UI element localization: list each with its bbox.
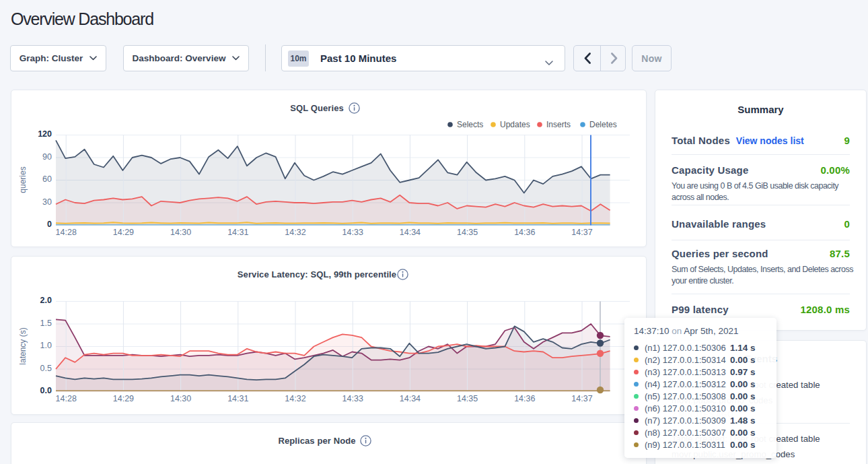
svg-text:Updates: Updates bbox=[500, 120, 530, 129]
svg-text:14:30: 14:30 bbox=[170, 228, 191, 237]
svg-text:14:34: 14:34 bbox=[400, 394, 421, 403]
svg-text:Inserts: Inserts bbox=[546, 120, 571, 129]
svg-text:14:32: 14:32 bbox=[285, 228, 305, 237]
svg-text:14:33: 14:33 bbox=[342, 228, 363, 237]
svg-text:14:32: 14:32 bbox=[285, 394, 305, 403]
svg-text:14:31: 14:31 bbox=[227, 394, 248, 403]
svg-text:14:28: 14:28 bbox=[56, 394, 77, 403]
svg-text:0.0: 0.0 bbox=[40, 386, 52, 395]
svg-text:120: 120 bbox=[38, 129, 52, 139]
svg-text:1.0: 1.0 bbox=[40, 341, 52, 350]
svg-text:14:33: 14:33 bbox=[342, 394, 363, 403]
svg-text:14:35: 14:35 bbox=[457, 394, 478, 403]
svg-text:14:28: 14:28 bbox=[56, 228, 77, 237]
svg-text:Deletes: Deletes bbox=[589, 120, 617, 129]
svg-text:queries: queries bbox=[18, 166, 28, 193]
svg-text:0: 0 bbox=[47, 220, 52, 229]
svg-text:14:36: 14:36 bbox=[514, 228, 535, 237]
svg-text:14:37: 14:37 bbox=[571, 394, 592, 403]
svg-text:2.0: 2.0 bbox=[40, 296, 52, 305]
svg-text:30: 30 bbox=[42, 197, 52, 207]
svg-text:14:37: 14:37 bbox=[571, 228, 592, 237]
svg-text:60: 60 bbox=[42, 174, 52, 184]
svg-text:14:31: 14:31 bbox=[227, 228, 248, 237]
svg-text:14:36: 14:36 bbox=[514, 394, 535, 403]
svg-text:14:35: 14:35 bbox=[457, 228, 478, 237]
svg-text:Selects: Selects bbox=[457, 120, 483, 129]
svg-text:14:29: 14:29 bbox=[113, 394, 134, 403]
svg-text:0.5: 0.5 bbox=[40, 364, 52, 373]
svg-text:latency (s): latency (s) bbox=[18, 327, 28, 364]
svg-text:90: 90 bbox=[42, 152, 52, 162]
svg-text:14:30: 14:30 bbox=[170, 394, 191, 403]
svg-text:14:29: 14:29 bbox=[113, 228, 134, 237]
svg-text:1.5: 1.5 bbox=[40, 319, 52, 328]
svg-text:14:34: 14:34 bbox=[400, 228, 421, 237]
